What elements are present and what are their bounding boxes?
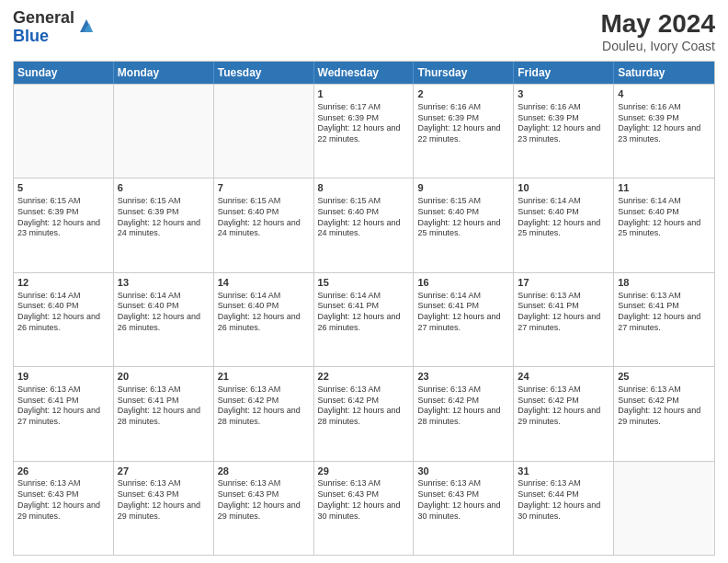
- cal-day-26: 26Sunrise: 6:13 AMSunset: 6:43 PMDayligh…: [14, 462, 114, 555]
- day-number: 8: [318, 181, 410, 195]
- cal-day-11: 11Sunrise: 6:14 AMSunset: 6:40 PMDayligh…: [614, 178, 714, 271]
- logo-icon: [76, 16, 97, 36]
- day-info: Sunrise: 6:16 AMSunset: 6:39 PMDaylight:…: [518, 102, 609, 145]
- day-number: 17: [518, 276, 609, 290]
- day-info: Sunrise: 6:14 AMSunset: 6:40 PMDaylight:…: [518, 196, 609, 239]
- day-info: Sunrise: 6:15 AMSunset: 6:39 PMDaylight:…: [17, 196, 109, 239]
- cal-week-4: 19Sunrise: 6:13 AMSunset: 6:41 PMDayligh…: [14, 366, 714, 460]
- day-number: 23: [417, 370, 509, 384]
- day-info: Sunrise: 6:14 AMSunset: 6:40 PMDaylight:…: [218, 291, 310, 334]
- day-number: 13: [118, 276, 210, 290]
- cal-day-4: 4Sunrise: 6:16 AMSunset: 6:39 PMDaylight…: [614, 85, 714, 178]
- cal-day-empty: [214, 85, 314, 178]
- cal-day-empty: [614, 462, 714, 555]
- subtitle: Douleu, Ivory Coast: [600, 39, 715, 53]
- day-number: 7: [218, 181, 310, 195]
- day-info: Sunrise: 6:13 AMSunset: 6:43 PMDaylight:…: [118, 478, 210, 522]
- day-number: 18: [618, 276, 711, 290]
- day-info: Sunrise: 6:13 AMSunset: 6:43 PMDaylight:…: [318, 478, 410, 522]
- calendar-header-row: SundayMondayTuesdayWednesdayThursdayFrid…: [14, 62, 714, 84]
- cal-header-saturday: Saturday: [614, 62, 714, 84]
- day-number: 29: [318, 465, 410, 478]
- day-info: Sunrise: 6:13 AMSunset: 6:42 PMDaylight:…: [417, 385, 509, 428]
- day-number: 1: [318, 87, 410, 101]
- cal-day-empty: [114, 85, 214, 178]
- page: General Blue May 2024 Douleu, Ivory Coas…: [0, 0, 728, 563]
- logo: General Blue: [13, 9, 97, 46]
- day-info: Sunrise: 6:16 AMSunset: 6:39 PMDaylight:…: [618, 102, 711, 145]
- day-info: Sunrise: 6:13 AMSunset: 6:42 PMDaylight:…: [618, 385, 711, 428]
- day-info: Sunrise: 6:15 AMSunset: 6:39 PMDaylight:…: [118, 196, 210, 239]
- cal-day-18: 18Sunrise: 6:13 AMSunset: 6:41 PMDayligh…: [614, 273, 714, 366]
- day-info: Sunrise: 6:15 AMSunset: 6:40 PMDaylight:…: [417, 196, 509, 239]
- day-number: 16: [417, 276, 509, 290]
- cal-day-1: 1Sunrise: 6:17 AMSunset: 6:39 PMDaylight…: [314, 85, 415, 178]
- day-number: 2: [417, 87, 509, 101]
- cal-day-6: 6Sunrise: 6:15 AMSunset: 6:39 PMDaylight…: [114, 178, 214, 271]
- cal-header-wednesday: Wednesday: [314, 62, 415, 84]
- cal-header-thursday: Thursday: [414, 62, 514, 84]
- day-number: 14: [218, 276, 310, 290]
- day-number: 4: [618, 87, 711, 101]
- cal-day-2: 2Sunrise: 6:16 AMSunset: 6:39 PMDaylight…: [414, 85, 514, 178]
- day-info: Sunrise: 6:14 AMSunset: 6:40 PMDaylight:…: [118, 291, 210, 334]
- cal-day-7: 7Sunrise: 6:15 AMSunset: 6:40 PMDaylight…: [214, 178, 314, 271]
- day-info: Sunrise: 6:17 AMSunset: 6:39 PMDaylight:…: [318, 102, 410, 145]
- day-number: 25: [618, 370, 711, 384]
- cal-header-monday: Monday: [114, 62, 214, 84]
- cal-day-22: 22Sunrise: 6:13 AMSunset: 6:42 PMDayligh…: [314, 367, 415, 460]
- day-number: 5: [17, 181, 109, 195]
- title-block: May 2024 Douleu, Ivory Coast: [600, 9, 715, 53]
- cal-day-25: 25Sunrise: 6:13 AMSunset: 6:42 PMDayligh…: [614, 367, 714, 460]
- day-number: 12: [17, 276, 109, 290]
- cal-day-17: 17Sunrise: 6:13 AMSunset: 6:41 PMDayligh…: [514, 273, 614, 366]
- day-info: Sunrise: 6:13 AMSunset: 6:42 PMDaylight:…: [218, 385, 310, 428]
- day-number: 11: [618, 181, 711, 195]
- day-number: 21: [218, 370, 310, 384]
- cal-day-31: 31Sunrise: 6:13 AMSunset: 6:44 PMDayligh…: [514, 462, 614, 555]
- day-number: 9: [417, 181, 509, 195]
- cal-header-friday: Friday: [514, 62, 614, 84]
- day-number: 27: [118, 465, 210, 478]
- day-number: 22: [318, 370, 410, 384]
- day-info: Sunrise: 6:14 AMSunset: 6:40 PMDaylight:…: [618, 196, 711, 239]
- cal-week-1: 1Sunrise: 6:17 AMSunset: 6:39 PMDaylight…: [14, 84, 714, 178]
- cal-day-28: 28Sunrise: 6:13 AMSunset: 6:43 PMDayligh…: [214, 462, 314, 555]
- day-number: 26: [17, 465, 109, 478]
- cal-header-tuesday: Tuesday: [214, 62, 314, 84]
- day-number: 30: [417, 465, 509, 478]
- day-number: 19: [17, 370, 109, 384]
- day-info: Sunrise: 6:13 AMSunset: 6:42 PMDaylight:…: [318, 385, 410, 428]
- cal-day-5: 5Sunrise: 6:15 AMSunset: 6:39 PMDaylight…: [14, 178, 114, 271]
- cal-day-16: 16Sunrise: 6:14 AMSunset: 6:41 PMDayligh…: [414, 273, 514, 366]
- cal-day-21: 21Sunrise: 6:13 AMSunset: 6:42 PMDayligh…: [214, 367, 314, 460]
- cal-day-3: 3Sunrise: 6:16 AMSunset: 6:39 PMDaylight…: [514, 85, 614, 178]
- cal-day-12: 12Sunrise: 6:14 AMSunset: 6:40 PMDayligh…: [14, 273, 114, 366]
- cal-day-14: 14Sunrise: 6:14 AMSunset: 6:40 PMDayligh…: [214, 273, 314, 366]
- cal-week-5: 26Sunrise: 6:13 AMSunset: 6:43 PMDayligh…: [14, 461, 714, 555]
- cal-day-19: 19Sunrise: 6:13 AMSunset: 6:41 PMDayligh…: [14, 367, 114, 460]
- cal-day-24: 24Sunrise: 6:13 AMSunset: 6:42 PMDayligh…: [514, 367, 614, 460]
- day-info: Sunrise: 6:14 AMSunset: 6:40 PMDaylight:…: [17, 291, 109, 334]
- calendar-body: 1Sunrise: 6:17 AMSunset: 6:39 PMDaylight…: [14, 84, 714, 555]
- cal-day-27: 27Sunrise: 6:13 AMSunset: 6:43 PMDayligh…: [114, 462, 214, 555]
- day-info: Sunrise: 6:16 AMSunset: 6:39 PMDaylight:…: [417, 102, 509, 145]
- day-number: 6: [118, 181, 210, 195]
- logo-general: General: [13, 9, 74, 28]
- day-info: Sunrise: 6:13 AMSunset: 6:41 PMDaylight:…: [118, 385, 210, 428]
- day-info: Sunrise: 6:14 AMSunset: 6:41 PMDaylight:…: [417, 291, 509, 334]
- day-info: Sunrise: 6:13 AMSunset: 6:42 PMDaylight:…: [518, 385, 609, 428]
- day-info: Sunrise: 6:15 AMSunset: 6:40 PMDaylight:…: [318, 196, 410, 239]
- day-number: 20: [118, 370, 210, 384]
- day-number: 10: [518, 181, 609, 195]
- day-number: 3: [518, 87, 609, 101]
- cal-day-15: 15Sunrise: 6:14 AMSunset: 6:41 PMDayligh…: [314, 273, 415, 366]
- cal-day-empty: [14, 85, 114, 178]
- day-info: Sunrise: 6:13 AMSunset: 6:41 PMDaylight:…: [618, 291, 711, 334]
- day-info: Sunrise: 6:13 AMSunset: 6:41 PMDaylight:…: [17, 385, 109, 428]
- day-info: Sunrise: 6:13 AMSunset: 6:43 PMDaylight:…: [417, 478, 509, 522]
- cal-week-2: 5Sunrise: 6:15 AMSunset: 6:39 PMDaylight…: [14, 178, 714, 271]
- cal-day-8: 8Sunrise: 6:15 AMSunset: 6:40 PMDaylight…: [314, 178, 415, 271]
- cal-week-3: 12Sunrise: 6:14 AMSunset: 6:40 PMDayligh…: [14, 272, 714, 366]
- main-title: May 2024: [600, 9, 715, 39]
